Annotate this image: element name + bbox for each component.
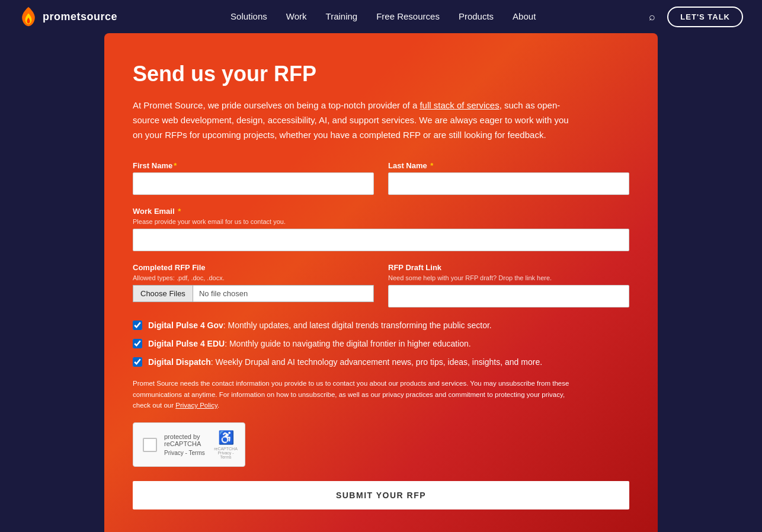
rfp-file-label: Completed RFP File <box>133 263 374 272</box>
file-link-row: Completed RFP File Allowed types: .pdf, … <box>133 263 629 307</box>
choose-files-button[interactable]: Choose Files <box>133 285 193 302</box>
last-name-required: * <box>428 161 434 170</box>
description-text-1: At Promet Source, we pride ourselves on … <box>133 100 420 110</box>
nav-item-free-resources[interactable]: Free Resources <box>376 11 440 21</box>
newsletter-1-label: Digital Pulse 4 Gov: Monthly updates, an… <box>148 319 492 332</box>
newsletter-2-item: Digital Pulse 4 EDU: Monthly guide to na… <box>133 338 629 350</box>
recaptcha-privacy-link[interactable]: Privacy <box>164 450 184 456</box>
privacy-text: Promet Source needs the contact informat… <box>133 378 571 411</box>
nav-item-products[interactable]: Products <box>459 11 494 21</box>
rfp-file-hint: Allowed types: .pdf, .doc, .docx. <box>133 274 374 281</box>
last-name-group: Last Name * <box>388 161 629 195</box>
recaptcha-logo-text: reCAPTCHAPrivacy - Terms <box>214 447 238 459</box>
nav-item-work[interactable]: Work <box>286 11 307 21</box>
no-file-chosen-label: No file chosen <box>193 285 374 302</box>
recaptcha-info: protected by reCAPTCHA Privacy - Terms <box>164 433 209 456</box>
newsletter-1-item: Digital Pulse 4 Gov: Monthly updates, an… <box>133 319 629 332</box>
rfp-link-label: RFP Draft Link <box>388 263 629 272</box>
full-stack-link[interactable]: full stack of services <box>420 100 499 110</box>
recaptcha-checkbox[interactable] <box>143 438 157 452</box>
email-group: Work Email * Please provide your work em… <box>133 207 629 251</box>
page-title: Send us your RFP <box>133 62 629 86</box>
nav-item-training[interactable]: Training <box>326 11 358 21</box>
nav-item-about[interactable]: About <box>513 11 536 21</box>
first-name-label: First Name* <box>133 161 374 170</box>
recaptcha-logo: ♿ reCAPTCHAPrivacy - Terms <box>216 430 235 459</box>
recaptcha-terms-link[interactable]: Terms <box>189 450 205 456</box>
main-wrapper: Send us your RFP At Promet Source, we pr… <box>0 33 762 532</box>
nav-item-solutions[interactable]: Solutions <box>230 11 267 21</box>
rfp-link-hint: Need some help with your RFP draft? Drop… <box>388 274 629 281</box>
logo-link[interactable]: prometsource <box>19 6 117 27</box>
flame-icon <box>19 6 38 27</box>
email-input[interactable] <box>133 229 629 251</box>
search-icon[interactable]: ⌕ <box>649 11 655 23</box>
newsletter-2-checkbox[interactable] <box>133 339 142 348</box>
recaptcha-widget: protected by reCAPTCHA Privacy - Terms ♿… <box>133 422 245 467</box>
last-name-input[interactable] <box>388 172 629 195</box>
submit-button[interactable]: SUBMIT YOUR RFP <box>133 481 629 509</box>
privacy-policy-link[interactable]: Privacy Policy <box>175 402 217 409</box>
rfp-link-group: RFP Draft Link Need some help with your … <box>388 263 629 307</box>
last-name-label: Last Name * <box>388 161 629 170</box>
name-row: First Name* Last Name * <box>133 161 629 195</box>
rfp-link-input[interactable] <box>388 285 629 307</box>
logo-text: prometsource <box>43 11 117 23</box>
email-required: * <box>176 207 181 216</box>
recaptcha-protected-label: protected by reCAPTCHA <box>164 433 209 447</box>
newsletter-2-label: Digital Pulse 4 EDU: Monthly guide to na… <box>148 338 471 350</box>
email-label: Work Email * <box>133 207 629 216</box>
newsletter-3-checkbox[interactable] <box>133 357 142 367</box>
rfp-file-group: Completed RFP File Allowed types: .pdf, … <box>133 263 374 307</box>
newsletter-checkboxes: Digital Pulse 4 Gov: Monthly updates, an… <box>133 319 629 368</box>
rfp-form-card: Send us your RFP At Promet Source, we pr… <box>104 33 658 532</box>
first-name-input[interactable] <box>133 172 374 195</box>
first-name-required: * <box>174 161 177 170</box>
lets-talk-button[interactable]: LET'S TALK <box>667 7 743 27</box>
newsletter-3-item: Digital Dispatch: Weekly Drupal and AI t… <box>133 356 629 368</box>
nav-right: ⌕ LET'S TALK <box>649 7 743 27</box>
email-hint: Please provide your work email for us to… <box>133 218 629 225</box>
description: At Promet Source, we pride ourselves on … <box>133 98 571 142</box>
navigation: prometsource Solutions Work Training Fre… <box>0 0 762 33</box>
newsletter-1-checkbox[interactable] <box>133 321 142 330</box>
nav-links: Solutions Work Training Free Resources P… <box>230 11 536 22</box>
recaptcha-logo-icon: ♿ <box>218 430 234 446</box>
newsletter-3-label: Digital Dispatch: Weekly Drupal and AI t… <box>148 356 542 368</box>
recaptcha-links: Privacy - Terms <box>164 450 209 456</box>
first-name-group: First Name* <box>133 161 374 195</box>
file-input-wrapper: Choose Files No file chosen <box>133 285 374 302</box>
